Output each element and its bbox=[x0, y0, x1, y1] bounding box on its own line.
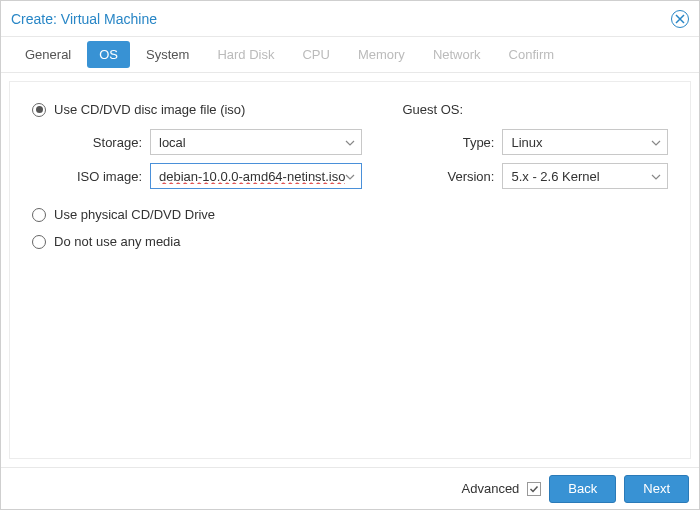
content-panel: Use CD/DVD disc image file (iso) Storage… bbox=[9, 81, 691, 459]
iso-label: ISO image: bbox=[32, 169, 150, 184]
media-column: Use CD/DVD disc image file (iso) Storage… bbox=[32, 102, 362, 438]
back-button[interactable]: Back bbox=[549, 475, 616, 503]
iso-row: ISO image: debian-10.0.0-amd64-netinst.i… bbox=[32, 163, 362, 189]
version-value: 5.x - 2.6 Kernel bbox=[511, 169, 599, 184]
type-value: Linux bbox=[511, 135, 542, 150]
chevron-down-icon bbox=[651, 137, 661, 148]
radio-physical-drive[interactable]: Use physical CD/DVD Drive bbox=[32, 207, 362, 222]
tab-system[interactable]: System bbox=[134, 41, 201, 68]
version-row: Version: 5.x - 2.6 Kernel bbox=[402, 163, 668, 189]
chevron-down-icon bbox=[651, 171, 661, 182]
storage-label: Storage: bbox=[32, 135, 150, 150]
version-combo[interactable]: 5.x - 2.6 Kernel bbox=[502, 163, 668, 189]
radio-label: Use CD/DVD disc image file (iso) bbox=[54, 102, 245, 117]
wizard-tabs: General OS System Hard Disk CPU Memory N… bbox=[1, 37, 699, 73]
chevron-down-icon bbox=[345, 137, 355, 148]
close-icon[interactable] bbox=[671, 10, 689, 28]
type-label: Type: bbox=[402, 135, 502, 150]
radio-label: Use physical CD/DVD Drive bbox=[54, 207, 215, 222]
radio-icon bbox=[32, 235, 46, 249]
radio-no-media[interactable]: Do not use any media bbox=[32, 234, 362, 249]
titlebar: Create: Virtual Machine bbox=[1, 1, 699, 37]
tab-confirm: Confirm bbox=[497, 41, 567, 68]
iso-value: debian-10.0.0-amd64-netinst.iso bbox=[159, 169, 345, 184]
radio-icon bbox=[32, 103, 46, 117]
storage-value: local bbox=[159, 135, 186, 150]
radio-use-iso[interactable]: Use CD/DVD disc image file (iso) bbox=[32, 102, 362, 117]
guest-os-heading: Guest OS: bbox=[402, 102, 668, 117]
version-label: Version: bbox=[402, 169, 502, 184]
footer: Advanced Back Next bbox=[1, 467, 699, 509]
guest-os-column: Guest OS: Type: Linux Version: 5.x - 2.6… bbox=[402, 102, 668, 438]
tab-hard-disk: Hard Disk bbox=[205, 41, 286, 68]
tab-cpu: CPU bbox=[290, 41, 341, 68]
iso-combo[interactable]: debian-10.0.0-amd64-netinst.iso bbox=[150, 163, 362, 189]
next-button[interactable]: Next bbox=[624, 475, 689, 503]
tab-memory: Memory bbox=[346, 41, 417, 68]
advanced-label: Advanced bbox=[462, 481, 520, 496]
storage-combo[interactable]: local bbox=[150, 129, 362, 155]
tab-general[interactable]: General bbox=[13, 41, 83, 68]
storage-row: Storage: local bbox=[32, 129, 362, 155]
advanced-checkbox[interactable] bbox=[527, 482, 541, 496]
chevron-down-icon bbox=[345, 171, 355, 182]
tab-network: Network bbox=[421, 41, 493, 68]
radio-icon bbox=[32, 208, 46, 222]
type-row: Type: Linux bbox=[402, 129, 668, 155]
create-vm-window: Create: Virtual Machine General OS Syste… bbox=[0, 0, 700, 510]
tab-os[interactable]: OS bbox=[87, 41, 130, 68]
window-title: Create: Virtual Machine bbox=[11, 11, 157, 27]
type-combo[interactable]: Linux bbox=[502, 129, 668, 155]
radio-label: Do not use any media bbox=[54, 234, 180, 249]
